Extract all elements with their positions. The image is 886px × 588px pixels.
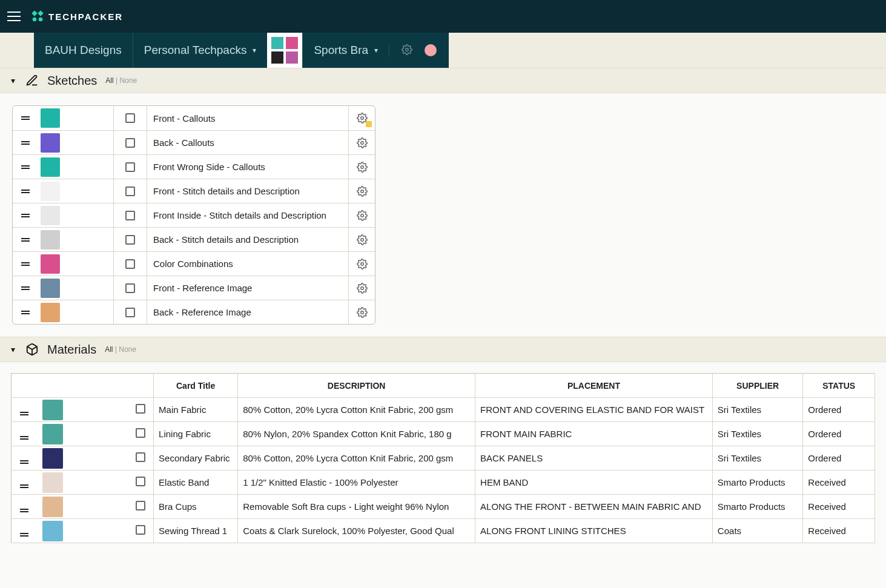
drag-cell[interactable] — [12, 519, 38, 543]
col-card-title[interactable]: Card Title — [154, 374, 238, 398]
drag-cell[interactable] — [12, 471, 38, 495]
sketch-checkbox[interactable] — [113, 131, 147, 154]
drag-handle-icon[interactable] — [21, 286, 30, 290]
sketch-row[interactable]: Back - Stitch details and Description — [13, 227, 375, 251]
row-settings-icon[interactable] — [348, 300, 375, 324]
filter-all[interactable]: All — [105, 76, 113, 85]
row-settings-icon[interactable] — [348, 252, 375, 276]
sketch-title[interactable]: Back - Reference Image — [147, 300, 348, 324]
row-settings-icon[interactable] — [348, 228, 375, 251]
menu-icon[interactable] — [7, 12, 21, 21]
breadcrumb-collection[interactable]: Personal Techpacks ▾ — [133, 33, 268, 68]
sketch-title[interactable]: Front - Reference Image — [147, 276, 348, 300]
material-checkbox[interactable] — [127, 471, 153, 495]
drag-handle-icon[interactable] — [20, 484, 28, 488]
col-description[interactable]: DESCRIPTION — [238, 374, 475, 398]
row-settings-icon[interactable] — [348, 131, 375, 154]
drag-cell[interactable] — [13, 262, 38, 266]
drag-cell[interactable] — [13, 141, 38, 145]
drag-handle-icon[interactable] — [21, 311, 30, 314]
row-settings-icon[interactable] — [348, 203, 375, 227]
material-row[interactable]: Elastic Band1 1/2" Knitted Elastic - 100… — [12, 471, 875, 495]
sketch-checkbox[interactable] — [113, 179, 147, 203]
user-avatar[interactable] — [425, 44, 437, 56]
sketch-title[interactable]: Front Wrong Side - Callouts — [147, 155, 348, 179]
material-row[interactable]: Bra CupsRemovable Soft Bra cups - Light … — [12, 495, 875, 519]
material-checkbox[interactable] — [127, 446, 153, 471]
sketch-title[interactable]: Front - Stitch details and Description — [147, 179, 348, 203]
material-checkbox[interactable] — [127, 519, 153, 543]
drag-cell[interactable] — [12, 495, 38, 519]
drag-handle-icon[interactable] — [20, 533, 28, 537]
drag-handle-icon[interactable] — [20, 460, 28, 464]
drag-cell[interactable] — [12, 422, 38, 446]
drag-cell[interactable] — [13, 286, 38, 290]
col-supplier[interactable]: SUPPLIER — [712, 374, 803, 398]
sketch-checkbox[interactable] — [113, 300, 147, 324]
drag-cell[interactable] — [13, 165, 38, 169]
material-checkbox[interactable] — [127, 495, 153, 519]
sketch-row[interactable]: Back - Reference Image — [13, 300, 375, 324]
sketch-row[interactable]: Front Wrong Side - Callouts — [13, 154, 375, 179]
sketch-row[interactable]: Back - Callouts — [13, 130, 375, 154]
material-title[interactable]: Sewing Thread 1 — [154, 519, 238, 543]
breadcrumb-org[interactable]: BAUH Designs — [34, 33, 133, 68]
drag-handle-icon[interactable] — [20, 509, 28, 512]
drag-handle-icon[interactable] — [20, 436, 28, 440]
sketch-row[interactable]: Front - Reference Image — [13, 276, 375, 300]
drag-handle-icon[interactable] — [21, 116, 30, 120]
row-settings-icon[interactable] — [348, 276, 375, 300]
material-title[interactable]: Secondary Fabric — [154, 446, 238, 471]
col-placement[interactable]: PLACEMENT — [475, 374, 713, 398]
sketch-checkbox[interactable] — [113, 155, 147, 179]
material-title[interactable]: Elastic Band — [154, 471, 238, 495]
material-row[interactable]: Main Fabric80% Cotton, 20% Lycra Cotton … — [12, 398, 875, 422]
material-title[interactable]: Bra Cups — [154, 495, 238, 519]
drag-handle-icon[interactable] — [20, 412, 28, 415]
sketch-title[interactable]: Back - Stitch details and Description — [147, 228, 348, 251]
settings-icon[interactable] — [402, 44, 412, 57]
row-settings-icon[interactable] — [348, 179, 375, 203]
filter-none[interactable]: None — [119, 345, 136, 354]
sketch-checkbox[interactable] — [113, 106, 147, 130]
sketch-checkbox[interactable] — [113, 203, 147, 227]
sketch-row[interactable]: Front - Stitch details and Description — [13, 179, 375, 203]
sketch-checkbox[interactable] — [113, 228, 147, 251]
sketch-row[interactable]: Color Combinations — [13, 251, 375, 276]
sketch-title[interactable]: Back - Callouts — [147, 131, 348, 154]
material-row[interactable]: Sewing Thread 1Coats & Clark Surelock, 1… — [12, 519, 875, 543]
material-checkbox[interactable] — [127, 398, 153, 422]
sketch-checkbox[interactable] — [113, 252, 147, 276]
col-status[interactable]: STATUS — [803, 374, 875, 398]
drag-handle-icon[interactable] — [21, 214, 30, 217]
material-title[interactable]: Lining Fabric — [154, 422, 238, 446]
sketch-title[interactable]: Front Inside - Stitch details and Descri… — [147, 203, 348, 227]
drag-handle-icon[interactable] — [21, 238, 30, 242]
filter-none[interactable]: None — [119, 76, 137, 85]
drag-cell[interactable] — [13, 238, 38, 242]
drag-cell[interactable] — [13, 311, 38, 314]
material-row[interactable]: Secondary Fabric80% Cotton, 20% Lycra Co… — [12, 446, 875, 471]
drag-cell[interactable] — [12, 398, 38, 422]
material-row[interactable]: Lining Fabric80% Nylon, 20% Spandex Cott… — [12, 422, 875, 446]
row-settings-icon[interactable] — [348, 155, 375, 179]
drag-handle-icon[interactable] — [21, 165, 30, 169]
drag-handle-icon[interactable] — [21, 190, 30, 193]
row-settings-icon[interactable] — [348, 106, 375, 130]
drag-handle-icon[interactable] — [21, 262, 30, 266]
material-checkbox[interactable] — [127, 422, 153, 446]
brand[interactable]: TECHPACKER — [31, 10, 123, 22]
material-title[interactable]: Main Fabric — [154, 398, 238, 422]
drag-cell[interactable] — [13, 116, 38, 120]
sketch-checkbox[interactable] — [113, 276, 147, 300]
drag-cell[interactable] — [13, 190, 38, 193]
drag-handle-icon[interactable] — [21, 141, 30, 145]
breadcrumb-item[interactable]: Sports Bra ▾ — [302, 33, 389, 68]
drag-cell[interactable] — [13, 214, 38, 217]
filter-all[interactable]: All — [105, 345, 113, 354]
sketches-section-header[interactable]: ▾ Sketches All | None — [0, 68, 886, 93]
sketch-row[interactable]: Front Inside - Stitch details and Descri… — [13, 203, 375, 227]
sketch-title[interactable]: Front - Callouts — [147, 106, 348, 130]
materials-section-header[interactable]: ▾ Materials All | None — [0, 337, 886, 362]
drag-cell[interactable] — [12, 446, 38, 471]
